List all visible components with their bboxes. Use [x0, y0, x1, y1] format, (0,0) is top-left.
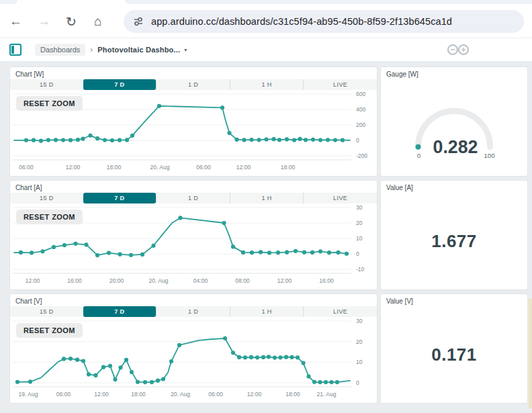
x-axis-tick-label: 18:00 — [285, 391, 300, 398]
chart-title: Chart [V] — [10, 294, 377, 306]
chevron-down-icon[interactable]: ▾ — [184, 47, 187, 53]
arduino-logo-icon — [445, 42, 472, 57]
value-readout: 0.171 — [431, 345, 477, 365]
widget-body: 0.2820100 — [381, 79, 527, 177]
x-axis-tick-label: 12:00 — [66, 164, 81, 171]
gauge-arc: 0.2820100 — [381, 79, 527, 177]
y-axis-tick-label: 0 — [356, 250, 359, 257]
chart-plot-area: RESET ZOOM302010019. Aug06:0012:0018:002… — [10, 317, 377, 403]
time-range-tab[interactable]: 1 D — [156, 79, 230, 90]
forward-icon[interactable]: → — [38, 14, 66, 29]
time-range-tab[interactable]: 7 D — [83, 306, 157, 317]
x-axis-tick-label: 12:00 — [247, 391, 262, 398]
chart-title: Chart [A] — [10, 181, 377, 193]
browser-window: ← → ↻ ⌂ app.arduino.cc/dashboards/c31c5f… — [0, 0, 532, 413]
time-range-tab[interactable]: 15 D — [10, 79, 83, 90]
y-axis-tick-label: 200 — [356, 122, 365, 128]
x-axis-tick-label: 19. Aug — [19, 391, 38, 398]
y-axis-tick-label: 10 — [356, 235, 363, 242]
time-range-tabs: 15 D7 D1 D1 HLIVE — [10, 79, 377, 90]
chart-card: Chart [W]15 D7 D1 D1 HLIVERESET ZOOM6004… — [9, 66, 378, 177]
x-axis-tick-label: 08:00 — [235, 277, 250, 284]
widget-title: Value [V] — [381, 294, 527, 306]
x-axis-tick-label: 20. Aug — [171, 391, 190, 398]
gauge-min-label: 0 — [417, 152, 421, 159]
time-range-tab[interactable]: LIVE — [303, 79, 377, 90]
time-range-tab[interactable]: 1 D — [156, 306, 230, 317]
time-range-tab[interactable]: LIVE — [303, 193, 377, 203]
y-axis-tick-label: 30 — [356, 318, 363, 324]
x-axis-tick-label: 12:00 — [236, 164, 251, 171]
x-axis-tick-label: 18:00 — [281, 164, 296, 171]
y-axis-tick-label: 20 — [356, 220, 363, 226]
time-range-tab[interactable]: 15 D — [10, 306, 83, 317]
reload-icon[interactable]: ↻ — [66, 14, 94, 30]
value-readout: 1.677 — [431, 231, 477, 252]
x-axis-tick-label: 20. Aug — [150, 164, 170, 171]
x-axis-tick-label: 16:00 — [67, 277, 82, 284]
dashboard-area: Chart [W]15 D7 D1 D1 HLIVERESET ZOOM6004… — [0, 61, 532, 413]
breadcrumb-dashboards[interactable]: Dashboards — [35, 44, 85, 56]
gauge-widget: Gauge [W]0.2820100 — [380, 66, 528, 177]
y-axis-tick-label: 400 — [356, 106, 365, 113]
x-axis-tick-label: 12:00 — [26, 277, 40, 284]
back-icon[interactable]: ← — [9, 14, 38, 29]
x-axis-tick-label: 21. Aug — [317, 391, 337, 398]
time-range-tab[interactable]: 1 H — [230, 79, 304, 90]
chart-card: Chart [A]15 D7 D1 D1 HLIVERESET ZOOM3020… — [9, 180, 378, 290]
widget-title: Gauge [W] — [381, 67, 527, 79]
browser-tab-strip[interactable] — [0, 0, 532, 5]
browser-toolbar: ← → ↻ ⌂ app.arduino.cc/dashboards/c31c5f… — [0, 5, 532, 38]
time-range-tabs: 15 D7 D1 D1 HLIVE — [10, 193, 377, 203]
chart-plot-area: RESET ZOOM6004002000-20006:0012:0018:002… — [10, 90, 377, 176]
y-axis-tick-label: 600 — [356, 91, 365, 97]
y-axis-tick-label: -200 — [356, 152, 367, 159]
time-range-tab[interactable]: 15 D — [10, 193, 83, 203]
x-axis-tick-label: 06:00 — [19, 164, 34, 171]
y-axis-tick-label: 20 — [356, 338, 363, 345]
y-axis-tick-label: 30 — [356, 204, 363, 211]
x-axis-tick-label: 06:00 — [56, 391, 71, 398]
value-widget: Value [V]0.171 — [380, 293, 528, 404]
home-icon[interactable]: ⌂ — [94, 14, 122, 29]
address-bar[interactable]: app.arduino.cc/dashboards/c31c5f94-ab95-… — [124, 10, 524, 33]
x-axis-tick-label: 12:00 — [94, 391, 109, 398]
x-axis-tick-label: 18:00 — [107, 164, 122, 171]
x-axis-tick-label: 16:00 — [319, 277, 334, 284]
reset-zoom-button[interactable]: RESET ZOOM — [16, 96, 83, 111]
gauge-max-label: 100 — [484, 152, 495, 159]
y-axis-tick-label: 0 — [356, 379, 359, 386]
reset-zoom-button[interactable]: RESET ZOOM — [16, 323, 83, 338]
sidebar-toggle-icon[interactable] — [9, 44, 21, 56]
screen-edge-artifact — [529, 299, 532, 408]
x-axis-tick-label: 12:00 — [277, 277, 292, 284]
y-axis-tick-label: 10 — [356, 359, 363, 365]
time-range-tab[interactable]: 1 D — [156, 193, 230, 203]
x-axis-tick-label: 06:00 — [196, 164, 211, 171]
widget-body: 0.171 — [381, 306, 527, 403]
time-range-tab[interactable]: 1 H — [230, 193, 304, 203]
x-axis-tick-label: 20. Aug — [149, 277, 169, 284]
widget-title: Value [A] — [381, 181, 527, 193]
time-range-tab[interactable]: LIVE — [303, 306, 377, 317]
gauge-value: 0.282 — [433, 137, 478, 157]
chart-plot-area: RESET ZOOM3020100-1012:0016:0020:0020. A… — [10, 203, 377, 289]
x-axis-tick-label: 04:00 — [193, 277, 208, 284]
tune-icon[interactable] — [133, 16, 144, 27]
chart-title: Chart [W] — [10, 67, 377, 79]
dashboard-title[interactable]: Photovoltaic Dashbo... — [97, 46, 180, 54]
value-widget: Value [A]1.677 — [380, 180, 528, 290]
time-range-tab[interactable]: 7 D — [83, 79, 157, 90]
x-axis-tick-label: 06:00 — [208, 391, 223, 398]
x-axis-tick-label: 18:00 — [131, 391, 146, 398]
y-axis-tick-label: 0 — [356, 137, 359, 144]
reset-zoom-button[interactable]: RESET ZOOM — [16, 210, 83, 224]
widget-body: 1.677 — [381, 193, 527, 289]
url-text[interactable]: app.arduino.cc/dashboards/c31c5f94-ab95-… — [151, 16, 452, 27]
dashboard-header: Dashboards › Photovoltaic Dashbo... ▾ — [0, 38, 532, 61]
chart-card: Chart [V]15 D7 D1 D1 HLIVERESET ZOOM3020… — [9, 293, 378, 404]
y-axis-tick-label: -10 — [356, 266, 365, 273]
time-range-tab[interactable]: 1 H — [230, 306, 304, 317]
time-range-tab[interactable]: 7 D — [83, 193, 157, 203]
breadcrumb-separator: › — [90, 45, 93, 54]
